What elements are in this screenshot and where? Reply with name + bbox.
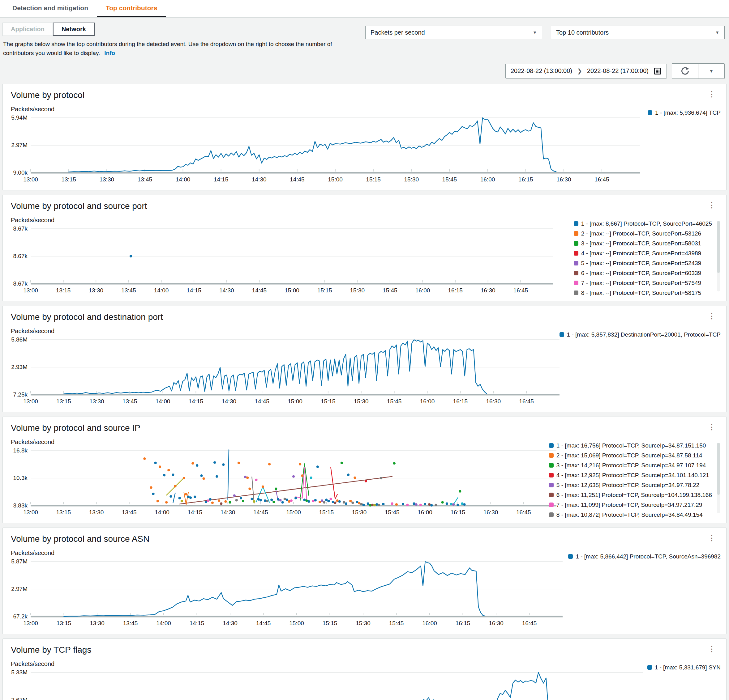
- panel-volume-by-protocol: Volume by protocol ⋮ Packets/second 13:0…: [3, 84, 726, 190]
- contributors-select[interactable]: Top 10 contributors ▼: [551, 26, 725, 39]
- legend-item[interactable]: 7 - [max: 11,099] Protocol=TCP, SourceIp…: [549, 501, 712, 509]
- legend-scrollbar[interactable]: [717, 443, 720, 513]
- svg-text:14:15: 14:15: [186, 287, 201, 294]
- legend-item[interactable]: 8 - [max: --] Protocol=TCP, SourcePort=5…: [574, 290, 712, 296]
- legend-label: 1 - [max: 5,857,832] DestinationPort=200…: [567, 331, 721, 338]
- legend-swatch-icon: [568, 554, 573, 559]
- legend-item[interactable]: 1 - [max: 5,857,832] DestinationPort=200…: [559, 331, 721, 338]
- refresh-options-button[interactable]: ▼: [698, 63, 725, 79]
- svg-text:5.86M: 5.86M: [11, 336, 28, 343]
- legend-label: 2 - [max: 15,069] Protocol=TCP, SourceIp…: [556, 452, 702, 459]
- legend-item[interactable]: 1 - [max: 16,756] Protocol=TCP, SourceIp…: [549, 442, 712, 449]
- panel-menu-button[interactable]: ⋮: [706, 645, 718, 653]
- svg-text:16:30: 16:30: [484, 509, 498, 516]
- legend-label: 1 - [max: 5,936,674] TCP: [655, 109, 721, 116]
- svg-text:14:15: 14:15: [214, 176, 229, 183]
- legend-label: 7 - [max: --] Protocol=TCP, SourcePort=5…: [581, 280, 701, 287]
- legend-swatch-icon: [549, 443, 554, 448]
- svg-text:67.2k: 67.2k: [13, 613, 28, 620]
- svg-text:14:00: 14:00: [155, 398, 170, 404]
- svg-text:16:15: 16:15: [450, 509, 465, 516]
- legend-item[interactable]: 6 - [max: --] Protocol=TCP, SourcePort=6…: [574, 270, 712, 277]
- legend-item[interactable]: 3 - [max: 14,216] Protocol=TCP, SourceIp…: [549, 462, 712, 469]
- svg-text:13:15: 13:15: [61, 176, 76, 183]
- svg-text:14:45: 14:45: [290, 176, 305, 183]
- panel-menu-button[interactable]: ⋮: [706, 312, 718, 320]
- network-toggle-button[interactable]: Network: [53, 23, 94, 36]
- legend-item[interactable]: 1 - [max: 5,936,674] TCP: [648, 109, 721, 116]
- legend-swatch-icon: [559, 332, 564, 337]
- legend-label: 3 - [max: 14,216] Protocol=TCP, SourceIp…: [556, 462, 706, 469]
- chart-volume-by-protocol-source-asn: 13:0013:1513:3013:4514:0014:1514:3014:45…: [11, 558, 565, 629]
- legend-swatch-icon: [549, 463, 554, 468]
- chevron-down-icon: ▼: [715, 30, 719, 35]
- legend-item[interactable]: 4 - [max: 12,925] Protocol=TCP, SourceIp…: [549, 472, 712, 479]
- legend-item[interactable]: 2 - [max: 15,069] Protocol=TCP, SourceIp…: [549, 452, 712, 459]
- panel-menu-button[interactable]: ⋮: [706, 201, 718, 209]
- svg-text:13:45: 13:45: [138, 176, 152, 183]
- svg-text:16:45: 16:45: [594, 176, 609, 183]
- legend-item[interactable]: 1 - [max: 5,866,442] Protocol=TCP, Sourc…: [568, 553, 721, 560]
- info-link[interactable]: Info: [104, 50, 115, 56]
- legend-swatch-icon: [574, 241, 578, 246]
- svg-text:15:15: 15:15: [319, 509, 334, 516]
- date-range-picker[interactable]: 2022-08-22 (13:00:00) ❯ 2022-08-22 (17:0…: [505, 64, 667, 78]
- svg-text:13:15: 13:15: [57, 620, 71, 626]
- description-sentence: The graphs below show the top contributo…: [3, 41, 332, 56]
- svg-text:15:15: 15:15: [322, 620, 337, 626]
- calendar-icon[interactable]: [653, 67, 662, 75]
- svg-text:13:30: 13:30: [89, 509, 104, 516]
- svg-text:16:00: 16:00: [415, 287, 430, 294]
- panel-title: Volume by protocol and destination port: [11, 312, 163, 322]
- svg-text:14:00: 14:00: [176, 176, 190, 183]
- refresh-button[interactable]: [672, 63, 699, 79]
- legend-label: 5 - [max: 12,635] Protocol=TCP, SourceIp…: [556, 482, 699, 488]
- legend-swatch-icon: [549, 473, 554, 477]
- legend-swatch-icon: [574, 221, 578, 226]
- svg-text:13:00: 13:00: [23, 620, 38, 626]
- svg-text:8.67k: 8.67k: [13, 280, 28, 287]
- svg-text:15:30: 15:30: [354, 398, 369, 404]
- panel-volume-by-protocol-source-asn: Volume by protocol and source ASN ⋮ Pack…: [3, 528, 726, 634]
- y-axis-label: Packets/second: [11, 661, 718, 668]
- svg-text:14:00: 14:00: [156, 620, 171, 626]
- legend-item[interactable]: 8 - [max: 10,872] Protocol=TCP, SourceIp…: [549, 512, 712, 518]
- svg-text:13:00: 13:00: [23, 509, 38, 516]
- svg-text:2.97M: 2.97M: [11, 586, 28, 592]
- panel-menu-button[interactable]: ⋮: [706, 534, 718, 542]
- legend-item[interactable]: 1 - [max: 8,667] Protocol=TCP, SourcePor…: [574, 220, 712, 227]
- legend-label: 8 - [max: 10,872] Protocol=TCP, SourceIp…: [556, 512, 703, 518]
- date-start[interactable]: 2022-08-22 (13:00:00): [511, 67, 572, 74]
- chart-volume-by-protocol-destination-port: 13:0013:1513:3013:4514:0014:1514:3014:45…: [11, 336, 561, 407]
- legend-swatch-icon: [549, 493, 554, 497]
- legend-scrollbar[interactable]: [717, 221, 720, 291]
- svg-text:16.8k: 16.8k: [13, 447, 28, 454]
- legend-item[interactable]: 5 - [max: 12,635] Protocol=TCP, SourceIp…: [549, 482, 712, 488]
- date-end[interactable]: 2022-08-22 (17:00:00): [587, 67, 649, 74]
- legend-item[interactable]: 5 - [max: --] Protocol=TCP, SourcePort=5…: [574, 260, 712, 267]
- application-toggle-button[interactable]: Application: [3, 23, 53, 36]
- svg-text:15:00: 15:00: [285, 287, 299, 294]
- legend-item[interactable]: 7 - [max: --] Protocol=TCP, SourcePort=5…: [574, 280, 712, 287]
- legend-item[interactable]: 4 - [max: --] Protocol=TCP, SourcePort=4…: [574, 250, 712, 257]
- svg-text:3.83k: 3.83k: [13, 502, 28, 509]
- legend-item[interactable]: 2 - [max: --] Protocol=TCP, SourcePort=5…: [574, 230, 712, 237]
- legend-label: 8 - [max: --] Protocol=TCP, SourcePort=5…: [581, 290, 701, 296]
- panel-menu-button[interactable]: ⋮: [706, 423, 718, 431]
- legend-label: 6 - [max: --] Protocol=TCP, SourcePort=6…: [581, 270, 701, 277]
- svg-text:13:00: 13:00: [23, 398, 38, 404]
- legend-swatch-icon: [549, 453, 554, 458]
- panel-menu-button[interactable]: ⋮: [706, 90, 718, 98]
- legend-swatch-icon: [574, 251, 578, 256]
- svg-text:16:30: 16:30: [486, 398, 501, 404]
- tab-top-contributors[interactable]: Top contributors: [97, 0, 166, 17]
- legend-item[interactable]: 3 - [max: --] Protocol=TCP, SourcePort=5…: [574, 240, 712, 247]
- svg-text:14:30: 14:30: [221, 398, 236, 404]
- metric-select[interactable]: Packets per second ▼: [365, 26, 542, 39]
- chart-volume-by-protocol-source-port: 13:0013:1513:3013:4514:0014:1514:3014:45…: [11, 225, 555, 296]
- tab-detection-and-mitigation[interactable]: Detection and mitigation: [4, 0, 97, 17]
- legend-item[interactable]: 6 - [max: 11,251] Protocol=TCP, SourceIp…: [549, 492, 712, 499]
- legend-item[interactable]: 1 - [max: 5,331,679] SYN: [647, 664, 721, 671]
- svg-text:15:00: 15:00: [328, 176, 343, 183]
- svg-text:16:15: 16:15: [456, 620, 471, 626]
